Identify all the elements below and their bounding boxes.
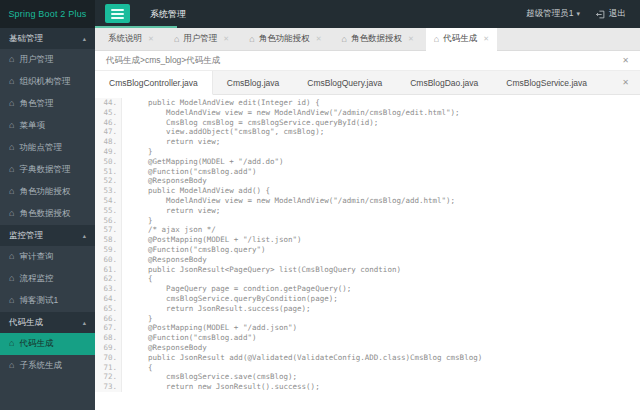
logout-label: 退出 bbox=[609, 8, 626, 20]
line-number: 72. bbox=[95, 372, 122, 382]
code-line: 52. @ResponseBody bbox=[95, 176, 640, 186]
code-line-text: public ModelAndView add() { bbox=[122, 186, 270, 196]
home-icon: ⌂ bbox=[9, 143, 14, 152]
close-icon[interactable]: ✕ bbox=[316, 35, 322, 43]
code-line-text: return new JsonResult().success(); bbox=[122, 382, 320, 392]
file-tab[interactable]: CmsBlog.java bbox=[213, 71, 293, 94]
code-viewer[interactable]: 44. public ModelAndView edit(Integer id)… bbox=[95, 95, 640, 410]
sidebar-item[interactable]: ⌂角色管理 bbox=[0, 93, 95, 115]
code-line: 73. return new JsonResult().success(); bbox=[95, 382, 640, 392]
sidebar-item-label: 角色数据授权 bbox=[19, 208, 70, 220]
line-number: 47. bbox=[95, 127, 122, 137]
line-number: 60. bbox=[95, 255, 122, 265]
sidebar-item-label: 流程监控 bbox=[19, 273, 53, 285]
code-line: 44. public ModelAndView edit(Integer id)… bbox=[95, 98, 640, 108]
line-number: 44. bbox=[95, 98, 122, 108]
code-line: 48. return view; bbox=[95, 137, 640, 147]
sidebar-item[interactable]: ⌂用户管理 bbox=[0, 49, 95, 71]
file-tab[interactable]: CmsBlogQuery.java bbox=[293, 71, 396, 94]
code-line-text: ModelAndView view = new ModelAndView("/a… bbox=[122, 108, 460, 118]
code-line-text: @GetMapping(MODEL + "/add.do") bbox=[122, 157, 284, 167]
sidebar-item[interactable]: ⌂字典数据管理 bbox=[0, 159, 95, 181]
code-line: 56. } bbox=[95, 216, 640, 226]
sidebar-item-label: 组织机构管理 bbox=[19, 76, 70, 88]
line-number: 65. bbox=[95, 304, 122, 314]
sidebar-item-label: 用户管理 bbox=[19, 54, 53, 66]
close-icon[interactable]: ✕ bbox=[622, 56, 629, 65]
code-line-text: CmsBlog cmsBlog = cmsBlogService.queryBy… bbox=[122, 118, 378, 128]
line-number: 63. bbox=[95, 284, 122, 294]
close-icon[interactable]: ✕ bbox=[408, 35, 414, 43]
line-number: 71. bbox=[95, 363, 122, 373]
code-line-text: return JsonResult.success(page); bbox=[122, 304, 311, 314]
breadcrumb: 代码生成>cms_blog>代码生成 bbox=[106, 55, 220, 67]
line-number: 73. bbox=[95, 382, 122, 392]
tab[interactable]: ⌂角色数据授权✕ bbox=[334, 28, 422, 50]
sidebar-item[interactable]: ⌂流程监控 bbox=[0, 268, 95, 290]
sidebar-item[interactable]: ⌂角色功能授权 bbox=[0, 181, 95, 203]
code-line-text: @ResponseBody bbox=[122, 176, 207, 186]
file-tab[interactable]: CmsBlogService.java bbox=[492, 71, 601, 94]
home-icon: ⌂ bbox=[9, 121, 14, 130]
sidebar-item[interactable]: ⌂审计查询 bbox=[0, 246, 95, 268]
sidebar-group-header[interactable]: 监控管理▴ bbox=[0, 225, 95, 246]
sidebar-item[interactable]: ⌂角色数据授权 bbox=[0, 203, 95, 225]
sidebar-item[interactable]: ⌂菜单项 bbox=[0, 115, 95, 137]
tab[interactable]: 系统说明✕ bbox=[100, 28, 162, 50]
line-number: 45. bbox=[95, 108, 122, 118]
code-line: 72. cmsBlogService.save(cmsBlog); bbox=[95, 372, 640, 382]
home-icon: ⌂ bbox=[249, 34, 254, 44]
logout-icon bbox=[596, 10, 605, 19]
line-number: 46. bbox=[95, 118, 122, 128]
tab[interactable]: ⌂用户管理✕ bbox=[166, 28, 237, 50]
tab[interactable]: ⌂角色功能授权✕ bbox=[241, 28, 329, 50]
sidebar-item-label: 功能点管理 bbox=[19, 142, 62, 154]
code-line-text: @Function("cmsBlog.add") bbox=[122, 167, 256, 177]
topnav-item-system-management[interactable]: 系统管理 bbox=[136, 0, 200, 28]
body-row: 基础管理▴⌂用户管理⌂组织机构管理⌂角色管理⌂菜单项⌂功能点管理⌂字典数据管理⌂… bbox=[0, 28, 640, 410]
sidebar-item[interactable]: ⌂代码生成 bbox=[0, 333, 95, 355]
line-number: 61. bbox=[95, 265, 122, 275]
main-area: 系统说明✕⌂用户管理✕⌂角色功能授权✕⌂角色数据授权✕⌂代码生成✕ 代码生成>c… bbox=[95, 28, 640, 410]
close-icon[interactable]: ✕ bbox=[223, 35, 229, 43]
home-icon: ⌂ bbox=[9, 165, 14, 174]
close-icon[interactable]: ✕ bbox=[622, 78, 640, 87]
sidebar-item-label: 字典数据管理 bbox=[19, 164, 70, 176]
code-line: 45. ModelAndView view = new ModelAndView… bbox=[95, 108, 640, 118]
code-line-text: cmsBlogService.queryByCondition(page); bbox=[122, 294, 338, 304]
line-number: 66. bbox=[95, 314, 122, 324]
code-line-text: } bbox=[122, 147, 153, 157]
code-line-text: { bbox=[122, 274, 153, 284]
chevron-up-icon: ▴ bbox=[83, 232, 86, 240]
line-number: 58. bbox=[95, 235, 122, 245]
sidebar-group-header[interactable]: 基础管理▴ bbox=[0, 28, 95, 49]
sidebar-item[interactable]: ⌂功能点管理 bbox=[0, 137, 95, 159]
code-line: 54. ModelAndView view = new ModelAndView… bbox=[95, 196, 640, 206]
sidebar-group-header[interactable]: 代码生成▴ bbox=[0, 312, 95, 333]
line-number: 70. bbox=[95, 353, 122, 363]
home-icon: ⌂ bbox=[342, 34, 347, 44]
home-icon: ⌂ bbox=[9, 296, 14, 305]
close-icon[interactable]: ✕ bbox=[148, 35, 154, 43]
sidebar-item[interactable]: ⌂子系统生成 bbox=[0, 355, 95, 377]
file-tab[interactable]: CmsBlogDao.java bbox=[396, 71, 492, 94]
tab[interactable]: ⌂代码生成✕ bbox=[426, 28, 497, 51]
user-menu[interactable]: 超级管理员1 ▾ bbox=[526, 8, 580, 20]
code-line: 64. cmsBlogService.queryByCondition(page… bbox=[95, 294, 640, 304]
app-window: Spring Boot 2 Plus 系统管理 超级管理员1 ▾ 退出 基础管理… bbox=[0, 0, 640, 410]
home-icon: ⌂ bbox=[434, 34, 439, 44]
file-tab[interactable]: CmsBlogController.java bbox=[95, 71, 213, 95]
code-line: 61. public JsonResult<PageQuery> list(Cm… bbox=[95, 265, 640, 275]
sidebar-item-label: 子系统生成 bbox=[19, 360, 62, 372]
logout-button[interactable]: 退出 bbox=[596, 8, 626, 20]
hamburger-icon[interactable] bbox=[105, 4, 130, 23]
code-line-text: PageQuery page = condtion.getPageQuery()… bbox=[122, 284, 351, 294]
sidebar-item[interactable]: ⌂组织机构管理 bbox=[0, 71, 95, 93]
line-number: 51. bbox=[95, 167, 122, 177]
home-icon: ⌂ bbox=[9, 55, 14, 64]
tab-label: 代码生成 bbox=[443, 33, 477, 45]
sidebar-group-label: 基础管理 bbox=[9, 33, 43, 45]
close-icon[interactable]: ✕ bbox=[483, 35, 489, 43]
sidebar-item[interactable]: ⌂博客测试1 bbox=[0, 290, 95, 312]
code-line-text: return view; bbox=[122, 206, 220, 216]
